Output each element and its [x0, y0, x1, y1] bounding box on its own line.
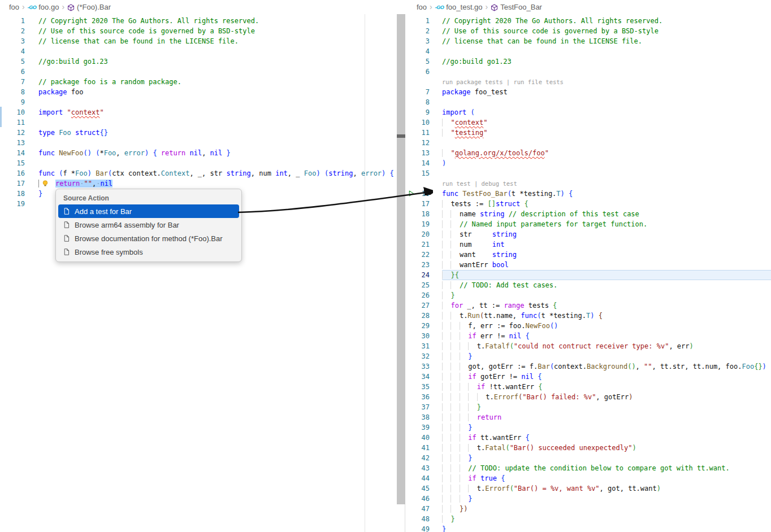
breadcrumb-left[interactable]: foo › ‑GO foo.go › (*Foo).Bar — [0, 0, 397, 14]
code-text[interactable] — [38, 158, 397, 168]
code-text[interactable]: // Use of this source code is governed b… — [38, 26, 397, 36]
pane-divider[interactable] — [405, 504, 405, 532]
code-line[interactable]: 5//go:build go1.23 — [0, 56, 397, 67]
code-editor-left[interactable]: 1// Copyright 2020 The Go Authors. All r… — [0, 14, 397, 209]
line-number[interactable]: 15 — [0, 158, 25, 168]
code-text[interactable]: t.Errorf("Bar() = %v, want %v", got, tt.… — [442, 483, 771, 494]
line-number[interactable]: 3 — [406, 36, 430, 46]
code-line[interactable]: 10 "context" — [406, 117, 771, 128]
line-number[interactable]: 7 — [0, 77, 25, 87]
line-number[interactable]: 19 — [0, 199, 25, 209]
line-number[interactable]: 46 — [406, 494, 430, 504]
line-number[interactable]: 14 — [0, 148, 25, 158]
code-text[interactable]: name string // description of this test … — [442, 209, 771, 219]
code-text[interactable]: // Use of this source code is governed b… — [442, 26, 771, 36]
code-text[interactable] — [38, 67, 397, 77]
code-text[interactable]: //go:build go1.23 — [442, 56, 771, 67]
code-line[interactable]: 47 }) — [406, 504, 771, 514]
code-text[interactable]: package foo — [38, 87, 397, 97]
code-line[interactable]: 10import "context" — [0, 107, 397, 117]
code-text[interactable]: // Copyright 2020 The Go Authors. All ri… — [442, 16, 771, 26]
code-line[interactable]: 20 str string — [406, 229, 771, 239]
code-line[interactable]: 32 } — [406, 351, 771, 361]
code-text[interactable]: got, gotErr := f.Bar(context.Background(… — [442, 361, 771, 372]
code-line[interactable]: 25 // TODO: Add test cases. — [406, 280, 771, 290]
menu-item-3[interactable]: Browse free symbols — [58, 245, 239, 259]
code-line[interactable]: 15 — [0, 158, 397, 168]
code-text[interactable]: //go:build go1.23 — [38, 56, 397, 67]
code-text[interactable]: } — [442, 524, 771, 532]
code-text[interactable]: } — [442, 290, 771, 300]
code-line[interactable]: 37 } — [406, 402, 771, 412]
line-number[interactable]: 36 — [406, 392, 430, 402]
code-text[interactable]: ) — [442, 158, 771, 168]
code-text[interactable] — [442, 67, 771, 77]
code-text[interactable]: // Named input parameters for target fun… — [442, 219, 771, 229]
code-line[interactable]: 8 — [406, 97, 771, 107]
line-number[interactable]: 40 — [406, 433, 430, 443]
code-text[interactable] — [38, 46, 397, 56]
line-number[interactable]: 28 — [406, 311, 430, 321]
line-number[interactable]: 9 — [0, 97, 25, 107]
line-number[interactable]: 14 — [406, 158, 430, 168]
line-number[interactable]: 16 — [0, 168, 25, 178]
code-text[interactable] — [442, 46, 771, 56]
line-number[interactable]: 9 — [406, 107, 430, 117]
code-text[interactable]: import "context" — [38, 107, 397, 117]
code-line[interactable]: 23 wantErr bool — [406, 260, 771, 270]
code-text[interactable] — [442, 138, 771, 148]
line-number[interactable]: 10 — [0, 107, 25, 117]
code-line[interactable]: 14func NewFoo() (*Foo, error) { return n… — [0, 148, 397, 158]
line-number[interactable]: 24 — [406, 270, 430, 280]
code-text[interactable]: // license that can be found in the LICE… — [442, 36, 771, 46]
code-line[interactable]: 16func TestFoo_Bar(t *testing.T) { — [406, 189, 771, 199]
code-line[interactable]: 5//go:build go1.23 — [406, 56, 771, 67]
line-number[interactable]: 33 — [406, 361, 430, 372]
code-text[interactable]: } — [442, 494, 771, 504]
code-line[interactable]: 26 } — [406, 290, 771, 300]
codelens[interactable]: run package tests | run file tests — [406, 77, 771, 87]
code-text[interactable]: return·"",·nil — [38, 178, 397, 189]
line-number[interactable]: 5 — [406, 56, 430, 67]
breadcrumb-file[interactable]: foo_test.go — [446, 3, 482, 11]
line-number[interactable]: 1 — [0, 16, 25, 26]
code-line[interactable]: 6 — [406, 67, 771, 77]
line-number[interactable]: 31 — [406, 341, 430, 351]
code-line[interactable]: 36 t.Errorf("Bar() failed: %v", gotErr) — [406, 392, 771, 402]
code-line[interactable]: 1// Copyright 2020 The Go Authors. All r… — [0, 16, 397, 26]
line-number[interactable]: 22 — [406, 250, 430, 260]
line-number[interactable]: 3 — [0, 36, 25, 46]
line-number[interactable]: 21 — [406, 239, 430, 250]
code-line[interactable]: 11 — [0, 117, 397, 128]
line-number[interactable]: 19 — [406, 219, 430, 229]
breadcrumb-right[interactable]: foo › ‑GO foo_test.go › TestFoo_Bar — [406, 0, 771, 14]
line-number[interactable]: 11 — [406, 128, 430, 138]
code-line[interactable]: 45 t.Errorf("Bar() = %v, want %v", got, … — [406, 483, 771, 494]
line-number[interactable]: 11 — [0, 117, 25, 128]
line-number[interactable]: 20 — [406, 229, 430, 239]
code-line[interactable]: 18 name string // description of this te… — [406, 209, 771, 219]
line-number[interactable]: 43 — [406, 463, 430, 473]
code-line[interactable]: 12type Foo struct{} — [0, 128, 397, 138]
menu-item-2[interactable]: Browse documentation for method (*Foo).B… — [58, 232, 239, 245]
code-line[interactable]: 38 return — [406, 412, 771, 422]
code-text[interactable]: func NewFoo() (*Foo, error) { return nil… — [38, 148, 397, 158]
line-number[interactable]: 4 — [0, 46, 25, 56]
code-text[interactable] — [442, 97, 771, 107]
code-line[interactable]: 12 — [406, 138, 771, 148]
code-line[interactable]: 7// package foo is a random package. — [0, 77, 397, 87]
code-text[interactable] — [38, 117, 397, 128]
line-number[interactable]: 7 — [406, 87, 430, 97]
code-line[interactable]: 48 } — [406, 514, 771, 524]
code-text[interactable]: if gotErr != nil { — [442, 372, 771, 382]
code-text[interactable]: num int — [442, 239, 771, 250]
code-line[interactable]: 30 if err != nil { — [406, 331, 771, 341]
line-number[interactable]: 41 — [406, 443, 430, 453]
code-text[interactable]: f, err := foo.NewFoo() — [442, 321, 771, 331]
code-text[interactable]: t.Fatal("Bar() succeeded unexpectedly") — [442, 443, 771, 453]
code-line[interactable]: 3// license that can be found in the LIC… — [0, 36, 397, 46]
line-number[interactable]: 27 — [406, 300, 430, 311]
code-text[interactable]: tests := []struct { — [442, 199, 771, 209]
code-text[interactable]: // TODO: update the condition below to c… — [442, 463, 771, 473]
code-text[interactable]: }{ — [442, 270, 771, 280]
